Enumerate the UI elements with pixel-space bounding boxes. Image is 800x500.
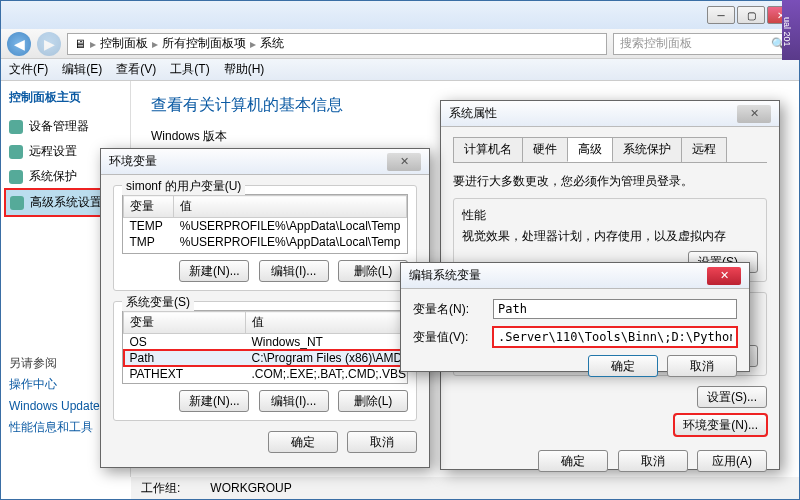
- link-windows-update[interactable]: Windows Update: [9, 396, 100, 418]
- var-value-input[interactable]: [493, 327, 737, 347]
- link-performance[interactable]: 性能信息和工具: [9, 417, 100, 439]
- user-vars-label: simonf 的用户变量(U): [122, 178, 245, 195]
- col-val[interactable]: 值: [174, 196, 407, 218]
- minimize-button[interactable]: ─: [707, 6, 735, 24]
- sidebar-item-label: 远程设置: [29, 143, 77, 160]
- user-edit-button[interactable]: 编辑(I)...: [259, 260, 329, 282]
- close-icon[interactable]: ✕: [707, 267, 741, 285]
- tab-hardware[interactable]: 硬件: [522, 137, 568, 162]
- table-row[interactable]: PATHEXT.COM;.EXE;.BAT;.CMD;.VBS;.VBE;...: [124, 366, 409, 382]
- table-row-path[interactable]: PathC:\Program Files (x86)\AMD APP\...: [124, 350, 409, 366]
- menubar: 文件(F) 编辑(E) 查看(V) 工具(T) 帮助(H): [1, 59, 799, 81]
- sidebar-item-device-manager[interactable]: 设备管理器: [5, 114, 126, 139]
- dialog-titlebar[interactable]: 环境变量 ✕: [101, 149, 429, 175]
- see-also-heading: 另请参阅: [9, 353, 100, 375]
- sidebar-item-label: 高级系统设置: [30, 194, 102, 211]
- tab-protection[interactable]: 系统保护: [612, 137, 682, 162]
- link-action-center[interactable]: 操作中心: [9, 374, 100, 396]
- sidebar-item-label: 设备管理器: [29, 118, 89, 135]
- computer-icon: 🖥: [74, 37, 86, 51]
- breadcrumb[interactable]: 🖥 ▸ 控制面板 ▸ 所有控制面板项 ▸ 系统: [67, 33, 607, 55]
- apply-button[interactable]: 应用(A): [697, 450, 767, 472]
- col-var[interactable]: 变量: [124, 312, 246, 334]
- env-vars-button[interactable]: 环境变量(N)...: [674, 414, 767, 436]
- ok-button[interactable]: 确定: [588, 355, 658, 377]
- menu-view[interactable]: 查看(V): [116, 61, 156, 78]
- status-label: 工作组:: [141, 480, 180, 497]
- menu-edit[interactable]: 编辑(E): [62, 61, 102, 78]
- env-vars-dialog: 环境变量 ✕ simonf 的用户变量(U) 变量值 TEMP%USERPROF…: [100, 148, 430, 468]
- sys-edit-button[interactable]: 编辑(I)...: [259, 390, 329, 412]
- maximize-button[interactable]: ▢: [737, 6, 765, 24]
- dialog-title: 编辑系统变量: [409, 267, 481, 284]
- shield-icon: [10, 196, 24, 210]
- see-also: 另请参阅 操作中心 Windows Update 性能信息和工具: [9, 353, 100, 439]
- breadcrumb-item[interactable]: 系统: [260, 35, 284, 52]
- edit-var-dialog: 编辑系统变量 ✕ 变量名(N): 变量值(V): 确定 取消: [400, 262, 750, 372]
- ok-button[interactable]: 确定: [538, 450, 608, 472]
- table-row[interactable]: OSWindows_NT: [124, 334, 409, 351]
- sidebar-heading[interactable]: 控制面板主页: [5, 89, 126, 106]
- cancel-button[interactable]: 取消: [667, 355, 737, 377]
- dialog-title: 环境变量: [109, 153, 157, 170]
- table-row[interactable]: TEMP%USERPROFILE%\AppData\Local\Temp: [124, 218, 407, 235]
- sys-vars-label: 系统变量(S): [122, 294, 194, 311]
- breadcrumb-item[interactable]: 所有控制面板项: [162, 35, 246, 52]
- admin-note: 要进行大多数更改，您必须作为管理员登录。: [453, 173, 767, 190]
- tab-advanced[interactable]: 高级: [567, 137, 613, 162]
- menu-help[interactable]: 帮助(H): [224, 61, 265, 78]
- user-delete-button[interactable]: 删除(L): [338, 260, 408, 282]
- table-row[interactable]: PROCESSOR_AR...AMD64: [124, 382, 409, 384]
- user-new-button[interactable]: 新建(N)...: [179, 260, 249, 282]
- menu-file[interactable]: 文件(F): [9, 61, 48, 78]
- tab-remote[interactable]: 远程: [681, 137, 727, 162]
- breadcrumb-item[interactable]: 控制面板: [100, 35, 148, 52]
- sys-new-button[interactable]: 新建(N)...: [179, 390, 249, 412]
- perf-heading: 性能: [462, 207, 758, 224]
- shield-icon: [9, 120, 23, 134]
- cancel-button[interactable]: 取消: [618, 450, 688, 472]
- close-icon[interactable]: ✕: [737, 105, 771, 123]
- cancel-button[interactable]: 取消: [347, 431, 417, 453]
- navbar: ◀ ▶ 🖥 ▸ 控制面板 ▸ 所有控制面板项 ▸ 系统 搜索控制面板 🔍: [1, 29, 799, 59]
- sys-delete-button[interactable]: 删除(L): [338, 390, 408, 412]
- table-row[interactable]: TMP%USERPROFILE%\AppData\Local\Temp: [124, 234, 407, 250]
- menu-tools[interactable]: 工具(T): [170, 61, 209, 78]
- perf-desc: 视觉效果，处理器计划，内存使用，以及虚拟内存: [462, 228, 758, 245]
- vs-window-edge: ual 201: [782, 0, 800, 60]
- status-value: WORKGROUP: [210, 481, 291, 495]
- shield-icon: [9, 145, 23, 159]
- var-name-input[interactable]: [493, 299, 737, 319]
- back-button[interactable]: ◀: [7, 32, 31, 56]
- var-value-label: 变量值(V):: [413, 329, 483, 346]
- forward-button[interactable]: ▶: [37, 32, 61, 56]
- startup-settings-button[interactable]: 设置(S)...: [697, 386, 767, 408]
- user-vars-table[interactable]: 变量值 TEMP%USERPROFILE%\AppData\Local\Temp…: [122, 194, 408, 254]
- close-icon[interactable]: ✕: [387, 153, 421, 171]
- col-var[interactable]: 变量: [124, 196, 174, 218]
- sidebar-item-label: 系统保护: [29, 168, 77, 185]
- var-name-label: 变量名(N):: [413, 301, 483, 318]
- dialog-titlebar[interactable]: 编辑系统变量 ✕: [401, 263, 749, 289]
- col-val[interactable]: 值: [246, 312, 408, 334]
- dialog-title: 系统属性: [449, 105, 497, 122]
- titlebar: ─ ▢ ✕: [1, 1, 799, 29]
- dialog-titlebar[interactable]: 系统属性 ✕: [441, 101, 779, 127]
- search-placeholder: 搜索控制面板: [620, 35, 692, 52]
- shield-icon: [9, 170, 23, 184]
- ok-button[interactable]: 确定: [268, 431, 338, 453]
- search-input[interactable]: 搜索控制面板 🔍: [613, 33, 793, 55]
- sys-vars-table[interactable]: 变量值 OSWindows_NT PathC:\Program Files (x…: [122, 310, 408, 384]
- tab-computer-name[interactable]: 计算机名: [453, 137, 523, 162]
- tabs: 计算机名 硬件 高级 系统保护 远程: [453, 137, 767, 163]
